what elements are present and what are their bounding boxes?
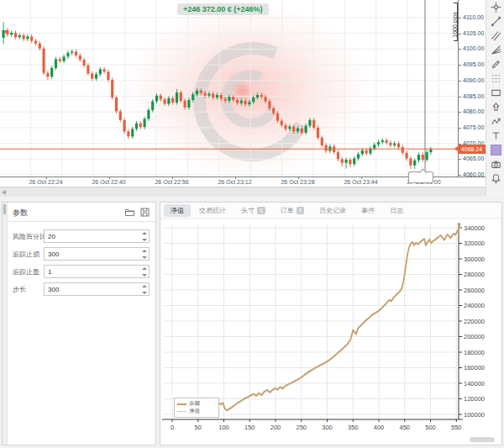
trend-line-icon[interactable] xyxy=(486,14,504,29)
arrow-up-icon[interactable] xyxy=(486,100,504,114)
chart-horizontal-scrollbar[interactable] xyxy=(0,187,486,197)
svg-text:0: 0 xyxy=(171,424,174,431)
scroll-left-arrow-icon[interactable] xyxy=(2,190,6,195)
param-row: 步长 xyxy=(8,281,155,298)
color-swatch-square xyxy=(491,145,501,155)
rectangle-icon[interactable] xyxy=(486,86,504,100)
stepper-arrows-icon[interactable] xyxy=(142,250,147,259)
time-axis-label: 26 Oct 22:56 xyxy=(139,179,206,185)
param-value-input[interactable] xyxy=(44,282,150,296)
pen-icon[interactable] xyxy=(486,29,504,43)
price-axis-label: 4100.00 xyxy=(463,45,484,51)
param-value-input[interactable] xyxy=(44,247,150,261)
tab-label: 事件 xyxy=(361,206,375,215)
param-row: 追踪止盈 xyxy=(8,263,155,281)
tab-日志[interactable]: 日志 xyxy=(383,204,410,217)
param-label: 步长 xyxy=(13,285,26,294)
legend-line-swatch xyxy=(177,403,186,405)
tab-净值[interactable]: 净值 xyxy=(164,204,191,217)
svg-text:300: 300 xyxy=(322,424,333,431)
param-label: 风险百分比 xyxy=(13,232,46,241)
time-axis-label: 26 Oct 22:40 xyxy=(76,179,143,185)
tab-头寸[interactable]: 头寸0 xyxy=(234,204,272,217)
svg-text:50: 50 xyxy=(195,424,202,431)
tab-交易统计[interactable]: 交易统计 xyxy=(192,204,233,217)
current-price-tag: 4068.24 xyxy=(458,145,486,154)
stepper-arrows-icon[interactable] xyxy=(142,285,147,294)
legend-row: 净值 xyxy=(177,408,216,415)
equity-chart-area[interactable]: 1000001200001400001600001800002000002200… xyxy=(160,218,501,445)
tab-历史记录[interactable]: 历史记录 xyxy=(312,204,353,217)
svg-text:180000: 180000 xyxy=(464,349,485,356)
equity-hscrollbar-thumb[interactable] xyxy=(470,437,495,442)
step-down-icon[interactable] xyxy=(142,292,147,294)
drawing-toolbar xyxy=(486,0,504,196)
equity-legend: 余额净值 xyxy=(174,398,219,418)
color-swatch-icon[interactable] xyxy=(486,143,504,157)
params-title: 参数 xyxy=(13,208,28,219)
param-row: 追踪止损 xyxy=(8,245,155,263)
time-axis-label: 26 Oct 23:28 xyxy=(265,179,332,185)
svg-text:340000: 340000 xyxy=(464,224,485,232)
zigzag-icon[interactable] xyxy=(486,114,504,129)
tab-事件[interactable]: 事件 xyxy=(354,204,381,217)
tab-label: 历史记录 xyxy=(319,206,346,215)
crosshair-icon[interactable] xyxy=(486,0,504,14)
svg-text:350: 350 xyxy=(348,424,359,431)
bell-icon[interactable] xyxy=(486,171,504,186)
session-break-tooltip xyxy=(408,171,433,183)
param-label: 追踪止损 xyxy=(13,250,39,259)
stepper-arrows-icon[interactable] xyxy=(142,267,147,277)
tab-label: 日志 xyxy=(390,206,403,215)
time-axis-label: 26 Oct 22:24 xyxy=(13,179,80,185)
svg-text:220000: 220000 xyxy=(464,318,485,325)
tab-label: 订单 xyxy=(281,206,294,215)
fan-lines-icon[interactable] xyxy=(486,43,504,57)
text-icon[interactable] xyxy=(486,129,504,143)
step-up-icon[interactable] xyxy=(142,232,147,235)
price-axis-label: 4090.00 xyxy=(463,77,484,83)
price-axis-label: 4085.00 xyxy=(463,93,484,99)
results-panel: 净值交易统计头寸0订单0历史记录事件日志 1000001200001400001… xyxy=(160,202,502,445)
save-parameters-icon[interactable] xyxy=(139,206,150,221)
legend-label: 余额 xyxy=(189,400,200,408)
tab-订单[interactable]: 订单0 xyxy=(274,204,312,217)
time-axis-label: 26 Oct 23:12 xyxy=(202,179,269,185)
svg-text:120000: 120000 xyxy=(464,395,485,403)
svg-text:450: 450 xyxy=(399,424,410,431)
step-up-icon[interactable] xyxy=(142,285,147,287)
svg-text:280000: 280000 xyxy=(464,271,485,278)
pencil-icon[interactable] xyxy=(486,57,504,71)
svg-text:500: 500 xyxy=(425,424,436,431)
dot-grid-icon[interactable] xyxy=(486,71,504,86)
param-row: 风险百分比 xyxy=(8,228,155,245)
tab-label: 净值 xyxy=(171,206,184,215)
step-down-icon[interactable] xyxy=(142,239,147,241)
step-down-icon[interactable] xyxy=(142,256,147,259)
svg-text:260000: 260000 xyxy=(464,287,485,294)
price-chart-panel[interactable]: +246 372.00 € (+246%) 1000 pips 4110.004… xyxy=(0,0,486,187)
svg-text:320000: 320000 xyxy=(464,240,485,247)
results-tab-bar: 净值交易统计头寸0订单0历史记录事件日志 xyxy=(160,203,501,218)
svg-text:550: 550 xyxy=(451,424,462,431)
svg-text:200000: 200000 xyxy=(464,333,485,340)
price-axis-label: 4105.00 xyxy=(463,30,484,36)
svg-text:100000: 100000 xyxy=(464,411,485,419)
svg-text:160000: 160000 xyxy=(464,364,485,372)
trade-marker-dot xyxy=(5,30,8,33)
svg-text:300000: 300000 xyxy=(464,256,485,263)
price-axis-label: 4080.00 xyxy=(463,108,484,114)
candlestick-canvas[interactable] xyxy=(0,0,458,177)
param-value-input[interactable] xyxy=(44,229,150,243)
legend-label: 净值 xyxy=(189,408,200,415)
open-parameters-icon[interactable] xyxy=(124,206,135,221)
params-header: 参数 xyxy=(8,203,155,222)
step-down-icon[interactable] xyxy=(142,274,147,277)
svg-text:100: 100 xyxy=(218,424,229,431)
param-value-input[interactable] xyxy=(44,265,150,278)
camera-icon[interactable] xyxy=(486,157,504,171)
step-up-icon[interactable] xyxy=(142,250,147,252)
stepper-arrows-icon[interactable] xyxy=(142,232,147,241)
parameters-panel: 参数 风险百分比追踪止损追踪止盈步长 xyxy=(2,202,156,445)
step-up-icon[interactable] xyxy=(142,267,147,270)
